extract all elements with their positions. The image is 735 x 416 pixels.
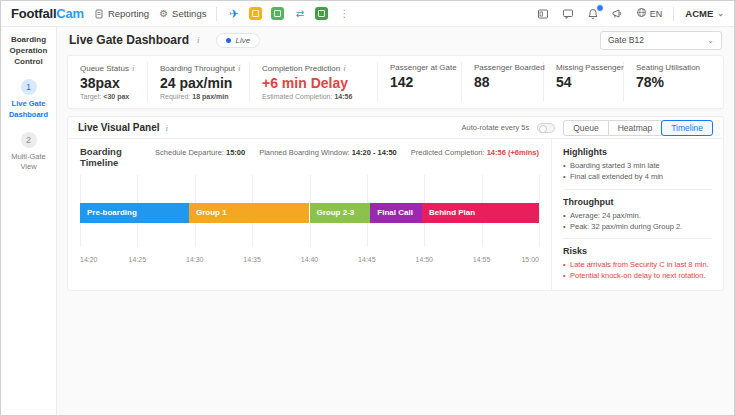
sidebar-item-label: Multi-Gate View [4, 152, 53, 172]
language-switcher[interactable]: EN [636, 7, 663, 20]
kpi-value: 142 [390, 74, 449, 90]
risks-section: Risks Late arrivals from Security C in l… [563, 246, 712, 282]
page-header: Live Gate Dashboard i Live Gate B12 ⌄ [57, 27, 734, 53]
nav-reporting-label: Reporting [108, 8, 149, 19]
timeline-segment-group-2-3[interactable]: Group 2-3 [310, 203, 371, 223]
kpi-value: 38pax [80, 75, 135, 91]
section-title: Throughput [563, 197, 712, 207]
kpi-value: 78% [636, 74, 711, 90]
kpi-boarding-throughput: Boarding Throughputi 24 pax/min Required… [148, 62, 250, 102]
airplane-icon[interactable]: ✈ [227, 7, 240, 20]
timeline-plot: Pre-boardingGroup 1Group 2-3Final CallBe… [80, 175, 539, 263]
timeline-bar: Pre-boardingGroup 1Group 2-3Final CallBe… [80, 203, 539, 223]
kpi-label: Passenger at Gate [390, 63, 457, 72]
axis-tick-label: 14:40 [301, 256, 319, 263]
kpi-label: Boarding Throughput [160, 64, 235, 73]
divider [216, 7, 217, 21]
top-bar: FootfallCam Reporting ⚙ Settings ✈ ⇄ ⋮ E… [1, 1, 734, 27]
gate-select[interactable]: Gate B12 ⌄ [600, 31, 722, 50]
kiosk-icon[interactable] [536, 7, 550, 21]
step-number: 2 [21, 132, 37, 148]
account-menu[interactable]: ACME ⌄ [685, 8, 724, 19]
axis-tick-label: 15:00 [521, 256, 539, 263]
megaphone-icon[interactable] [611, 7, 625, 21]
sidebar-item-live-gate-dashboard[interactable]: 1 Live Gate Dashboard [4, 79, 53, 119]
section-title: Highlights [563, 147, 712, 157]
panel-header: Live Visual Panel i Auto-rotate every 5s… [68, 117, 723, 139]
boarding-timeline-chart: Boarding Timeline Schedule Departure: 15… [68, 139, 551, 290]
sidebar-item-multi-gate-view[interactable]: 2 Multi-Gate View [4, 132, 53, 172]
queue-view-button[interactable]: Queue [563, 120, 609, 136]
kpi-value: 24 pax/min [160, 75, 237, 91]
info-icon: i [166, 123, 169, 133]
divider [673, 7, 674, 21]
live-visual-panel: Live Visual Panel i Auto-rotate every 5s… [67, 116, 724, 291]
more-dots-icon[interactable]: ⋮ [337, 8, 351, 19]
app-shortcuts: ✈ ⇄ ⋮ [227, 7, 351, 20]
timeline-segment-group-1[interactable]: Group 1 [189, 203, 309, 223]
sidebar: Boarding Operation Control 1 Live Gate D… [1, 27, 57, 416]
chat-icon[interactable] [561, 7, 575, 21]
main-content: Live Gate Dashboard i Live Gate B12 ⌄ Qu… [57, 27, 734, 416]
info-icon: i [197, 35, 200, 45]
kpi-label: Completion Prediction [262, 64, 340, 73]
live-label: Live [236, 36, 251, 45]
gridline [539, 175, 540, 247]
panel-title: Live Visual Panel [78, 122, 160, 133]
kpi-value-delay: +6 min Delay [262, 75, 365, 91]
insights-panel: Highlights Boarding started 3 min late F… [551, 139, 723, 290]
axis-tick-label: 14:55 [473, 256, 491, 263]
language-label: EN [650, 9, 663, 19]
planned-boarding-window: Planned Boarding Window: 14:20 - 14:50 [259, 148, 397, 157]
axis-tick-label: 14:35 [243, 256, 261, 263]
info-icon: i [132, 63, 135, 73]
kpi-label: Passenger Boarded [474, 63, 545, 72]
predicted-completion: Predicted Completion: 14:56 (+6mins) [411, 148, 539, 157]
nav-reporting[interactable]: Reporting [94, 8, 149, 19]
auto-rotate-toggle[interactable] [537, 123, 555, 133]
nav-settings[interactable]: ⚙ Settings [159, 8, 206, 19]
live-dot-icon [226, 38, 231, 43]
chevron-down-icon: ⌄ [707, 36, 714, 45]
topbar-right: EN ACME ⌄ [536, 7, 724, 21]
throughput-item: Peak: 32 pax/min during Group 2. [563, 221, 712, 232]
timeline-segment-behind-plan[interactable]: Behind Plan [422, 203, 539, 223]
orange-doc-icon[interactable] [249, 7, 262, 20]
kpi-value: 54 [556, 74, 611, 90]
chart-title: Boarding Timeline [80, 146, 155, 168]
timeline-view-button[interactable]: Timeline [661, 120, 713, 136]
highlights-section: Highlights Boarding started 3 min late F… [563, 147, 712, 183]
green-calendar-icon[interactable] [315, 7, 328, 20]
divider [563, 238, 712, 239]
kpi-value: 88 [474, 74, 531, 90]
gate-select-value: Gate B12 [608, 35, 644, 45]
heatmap-view-button[interactable]: Heatmap [608, 120, 663, 136]
throughput-item: Average: 24 pax/min. [563, 210, 712, 221]
risk-item: Late arrivals from Security C in last 8 … [563, 259, 712, 270]
green-chart-icon[interactable] [271, 7, 284, 20]
info-icon: i [238, 63, 241, 73]
globe-icon [636, 7, 647, 20]
kpi-queue-status: Queue Statusi 38pax Target: <30 pax [68, 62, 148, 102]
axis-tick-label: 14:50 [415, 256, 433, 263]
view-switcher: Queue Heatmap Timeline [563, 120, 713, 136]
transfer-icon[interactable]: ⇄ [293, 7, 306, 20]
step-number: 1 [21, 79, 37, 95]
info-icon: i [343, 63, 346, 73]
kpi-passenger-boarded: Passenger Boarded 88 [462, 62, 544, 102]
footfallcam-logo[interactable]: FootfallCam [11, 6, 84, 21]
kpi-label: Queue Status [80, 64, 129, 73]
kpi-label: Seating Utilisation [636, 63, 700, 72]
timeline-segment-final-call[interactable]: Final Call [370, 203, 422, 223]
kpi-row: Queue Statusi 38pax Target: <30 pax Boar… [67, 55, 724, 109]
chart-meta: Schedule Departure: 15:00 Planned Boardi… [155, 148, 539, 157]
nav-settings-label: Settings [172, 8, 206, 19]
kpi-passenger-at-gate: Passenger at Gate 142 [378, 62, 462, 102]
gear-icon: ⚙ [159, 8, 168, 19]
bell-icon[interactable] [586, 7, 600, 21]
kpi-sub: Required: 18 pax/min [160, 93, 237, 100]
risk-item: Potential knock-on delay to next rotatio… [563, 270, 712, 281]
highlight-item: Boarding started 3 min late [563, 160, 712, 171]
timeline-segment-pre-boarding[interactable]: Pre-boarding [80, 203, 189, 223]
kpi-sub: Estimated Completion: 14:56 [262, 93, 365, 100]
